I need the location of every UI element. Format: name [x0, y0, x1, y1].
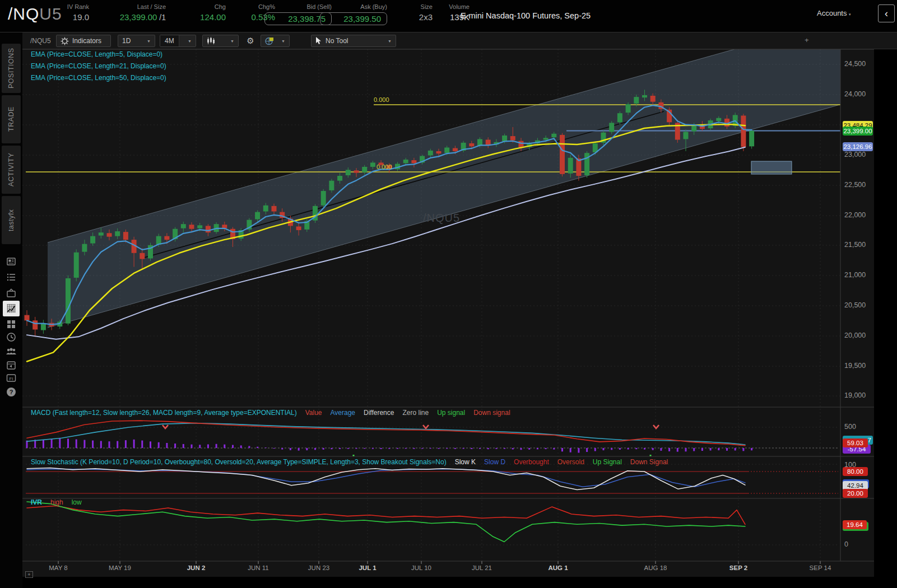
ivr-study-label: IVRhighlow: [31, 498, 82, 506]
price-axis-tick: 24,000: [844, 90, 866, 98]
sidebar-tab-activity[interactable]: ACTIVITY: [2, 146, 21, 194]
quote-field-volume: Volume139K: [402, 3, 470, 22]
watchlist-icon[interactable]: [4, 270, 18, 284]
macd-legend-value: Value: [305, 409, 322, 417]
quote-field-last-size: Last / Size23,399.00 /1: [99, 3, 166, 22]
price-axis-tick: 19,000: [844, 391, 866, 399]
stoch-legend-up-signal: Up Signal: [593, 458, 622, 466]
follow-icon[interactable]: [4, 344, 18, 358]
date-axis-label: AUG 18: [644, 564, 667, 571]
date-axis-label: JUL 10: [411, 564, 431, 571]
stoch-legend-oversold: Oversold: [557, 458, 584, 466]
ema5-legend-row: EMA (Price=CLOSE, Length=5, Displace=0): [31, 50, 166, 62]
quote-field-iv-rank: IV Rank19.0: [22, 3, 89, 22]
instrument-description: E-mini Nasdaq-100 Futures, Sep-25: [461, 11, 591, 20]
chevron-down-icon: ▾: [849, 12, 851, 16]
chart-symbol-label: /NQU5: [30, 37, 51, 45]
collapse-panel-button[interactable]: ‹: [878, 4, 895, 22]
calendar-icon[interactable]: [4, 358, 18, 372]
stochastic-study-label: Slow Stochastic (K Period=10, D Period=1…: [31, 458, 668, 466]
price-badge: 19.64: [843, 520, 867, 529]
fib-level-label: 0.000: [374, 96, 389, 103]
svg-text:?: ?: [10, 389, 13, 395]
left-sidebar: POSITIONSTRADEACTIVITYtastyfxFI?: [0, 32, 22, 588]
chart-icon[interactable]: [3, 301, 20, 316]
date-axis-label: JUN 23: [308, 564, 329, 571]
gear-icon: ⚙: [247, 36, 254, 46]
indicators-button[interactable]: Indicators: [56, 35, 111, 47]
stoch-legend-slow-d: Slow D: [484, 458, 505, 466]
chart-type-dropdown[interactable]: ▼: [202, 35, 239, 47]
svg-text:FI: FI: [9, 376, 13, 381]
stoch-legend-slow-k: Slow K: [455, 458, 476, 466]
chart-settings-button[interactable]: ⚙: [243, 35, 258, 47]
price-badge: 23,399.00: [843, 127, 873, 136]
price-badge: 23,126.96: [843, 142, 873, 151]
date-axis-label: SEP 14: [810, 564, 831, 571]
candlestick-icon: [207, 37, 216, 45]
accounts-menu[interactable]: Accounts ▾: [817, 9, 851, 17]
range-dropdown[interactable]: 4M▼: [160, 35, 196, 47]
macd-study-label: MACD (Fast length=12, Slow length=26, MA…: [31, 409, 510, 417]
price-axis-tick: 0: [844, 540, 848, 548]
ivr-legend-high: high: [50, 498, 63, 506]
date-axis-label: JUN 2: [187, 564, 206, 571]
symbol-watermark: /NQU5: [423, 212, 460, 225]
ivr-legend-low: low: [72, 498, 82, 506]
trading-app: { "colors": { "green": "#3fae5a", "red":…: [0, 0, 897, 588]
stoch-legend-down-signal: Down Signal: [630, 458, 668, 466]
date-axis-label: MAY 19: [109, 564, 131, 571]
quote-header: /NQU5 IV Rank19.0Last / Size23,399.00 /1…: [0, 0, 897, 32]
price-axis-tick: 21,500: [844, 241, 866, 249]
price-axis-tick: 24,500: [844, 60, 866, 68]
stoch-legend-overbought: Overbought: [514, 458, 549, 466]
chevron-down-icon: ▼: [147, 39, 151, 43]
date-axis-label: SEP 2: [729, 564, 747, 571]
ema50-legend-row: EMA (Price=CLOSE, Length=50, Displace=0): [31, 74, 166, 86]
fib-level-label: 0.000: [377, 164, 392, 170]
tv-icon[interactable]: [4, 286, 18, 300]
date-axis-label: JUL 21: [472, 564, 492, 571]
macd-legend-down-signal: Down signal: [473, 409, 510, 417]
ema21-legend-row: EMA (Price=CLOSE, Length=21, Displace=0): [31, 62, 166, 74]
zoom-in-label[interactable]: +: [805, 36, 809, 44]
price-badge: 20.00: [843, 489, 868, 498]
chevron-down-icon: ▼: [230, 39, 234, 43]
macd-legend-zero-line: Zero line: [402, 409, 429, 417]
drawing-tool-dropdown[interactable]: No Tool▼: [311, 35, 396, 47]
restore-panel-button[interactable]: +: [25, 571, 33, 578]
macd-legend-average: Average: [331, 409, 355, 417]
date-axis-label: AUG 1: [548, 564, 568, 571]
price-axis-tick: 21,000: [844, 271, 866, 279]
date-axis-label: JUL 1: [359, 564, 376, 571]
sidebar-tab-positions[interactable]: POSITIONS: [2, 44, 21, 93]
price-axis-tick: 19,500: [844, 362, 866, 370]
chevron-down-icon: ▼: [388, 39, 392, 43]
layout-compare-dropdown[interactable]: ▼: [261, 35, 290, 47]
price-badge: 80.00: [843, 467, 868, 476]
price-axis-tick: 500: [844, 423, 856, 431]
price-axis-tick: 22,500: [844, 181, 866, 189]
date-axis-label: MAY 8: [49, 564, 67, 571]
chart-canvas[interactable]: [0, 0, 897, 588]
price-axis-tick: 22,000: [844, 211, 866, 219]
date-axis-label: JUN 11: [248, 564, 269, 571]
sidebar-tab-trade[interactable]: TRADE: [2, 95, 21, 143]
chevron-down-icon: ▼: [281, 39, 285, 43]
cursor-icon: [315, 37, 322, 45]
compare-grid-icon: [265, 37, 274, 45]
macd-legend-difference: Difference: [364, 409, 394, 417]
price-axis-tick: 20,500: [844, 301, 866, 309]
fi-icon[interactable]: FI: [4, 371, 18, 385]
timeframe-dropdown[interactable]: 1D▼: [118, 35, 155, 47]
price-axis-tick: 20,000: [844, 332, 866, 339]
help-icon[interactable]: ?: [4, 385, 18, 399]
history-icon[interactable]: [4, 330, 18, 344]
grid-icon[interactable]: [4, 318, 18, 331]
chart-toolbar: /NQU5 Indicators 1D▼ 4M▼ ▼ ⚙ ▼ No Tool▼: [22, 32, 897, 49]
news-icon[interactable]: [4, 255, 18, 268]
sidebar-tab-tastyfx[interactable]: tastyfx: [2, 196, 21, 244]
ema-legend: EMA (Price=CLOSE, Length=5, Displace=0) …: [31, 50, 166, 86]
price-axis-tick: 23,000: [844, 151, 866, 158]
indicators-icon: [61, 37, 69, 45]
